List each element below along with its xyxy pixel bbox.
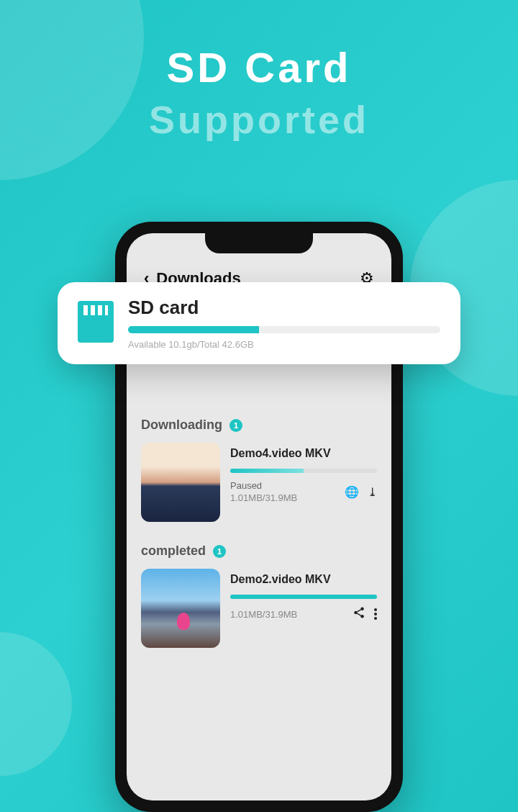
hero-line-2: Supported bbox=[0, 97, 518, 142]
background-decoration bbox=[0, 632, 72, 776]
storage-fill bbox=[128, 326, 259, 333]
item-info: Demo4.video MKV Paused 1.01MB/31.9MB 🌐 ⤓ bbox=[230, 443, 377, 522]
section-header: completed 1 bbox=[141, 543, 377, 559]
item-status: Paused bbox=[230, 480, 297, 491]
item-size: 1.01MB/31.9MB bbox=[230, 492, 297, 503]
download-icon[interactable]: ⤓ bbox=[368, 485, 377, 499]
storage-stats: Available 10.1gb/Total 42.6GB bbox=[128, 339, 440, 350]
item-size: 1.01MB/31.9MB bbox=[230, 609, 297, 620]
sd-card-icon bbox=[78, 301, 114, 343]
video-thumbnail bbox=[141, 443, 220, 522]
count-badge: 1 bbox=[213, 545, 226, 558]
downloading-section: Downloading 1 Demo4.video MKV Paused 1.0… bbox=[141, 418, 377, 522]
count-badge: 1 bbox=[230, 419, 242, 432]
hero-line-1: SD Card bbox=[0, 43, 518, 91]
share-icon[interactable] bbox=[353, 606, 365, 622]
item-title: Demo4.video MKV bbox=[230, 447, 377, 460]
section-title: Downloading bbox=[141, 418, 222, 433]
progress-bar bbox=[230, 469, 377, 473]
svg-point-0 bbox=[360, 608, 364, 611]
progress-fill bbox=[230, 469, 304, 473]
completed-section: completed 1 Demo2.video MKV 1.01MB/31.9M… bbox=[141, 543, 377, 648]
item-info: Demo2.video MKV 1.01MB/31.9MB bbox=[230, 569, 377, 648]
section-title: completed bbox=[141, 543, 206, 559]
sd-title: SD card bbox=[128, 297, 440, 319]
more-icon[interactable] bbox=[374, 608, 377, 620]
item-footer: Paused 1.01MB/31.9MB 🌐 ⤓ bbox=[230, 480, 377, 503]
section-header: Downloading 1 bbox=[141, 418, 377, 433]
download-item[interactable]: Demo4.video MKV Paused 1.01MB/31.9MB 🌐 ⤓ bbox=[141, 443, 377, 522]
item-actions bbox=[353, 606, 377, 622]
svg-point-2 bbox=[360, 615, 364, 618]
item-meta-group: Paused 1.01MB/31.9MB bbox=[230, 480, 297, 503]
sd-content: SD card Available 10.1gb/Total 42.6GB bbox=[128, 297, 440, 350]
item-title: Demo2.video MKV bbox=[230, 573, 377, 586]
svg-point-1 bbox=[354, 611, 358, 615]
globe-icon[interactable]: 🌐 bbox=[345, 485, 359, 499]
video-thumbnail bbox=[141, 569, 220, 648]
sd-card-banner[interactable]: SD card Available 10.1gb/Total 42.6GB bbox=[58, 282, 460, 364]
item-actions: 🌐 ⤓ bbox=[345, 485, 377, 499]
storage-bar bbox=[128, 326, 440, 333]
hero-title: SD Card Supported bbox=[0, 0, 518, 142]
progress-fill bbox=[230, 595, 377, 599]
phone-notch bbox=[205, 233, 313, 253]
item-footer: 1.01MB/31.9MB bbox=[230, 606, 377, 622]
download-item[interactable]: Demo2.video MKV 1.01MB/31.9MB bbox=[141, 569, 377, 648]
progress-bar bbox=[230, 595, 377, 599]
